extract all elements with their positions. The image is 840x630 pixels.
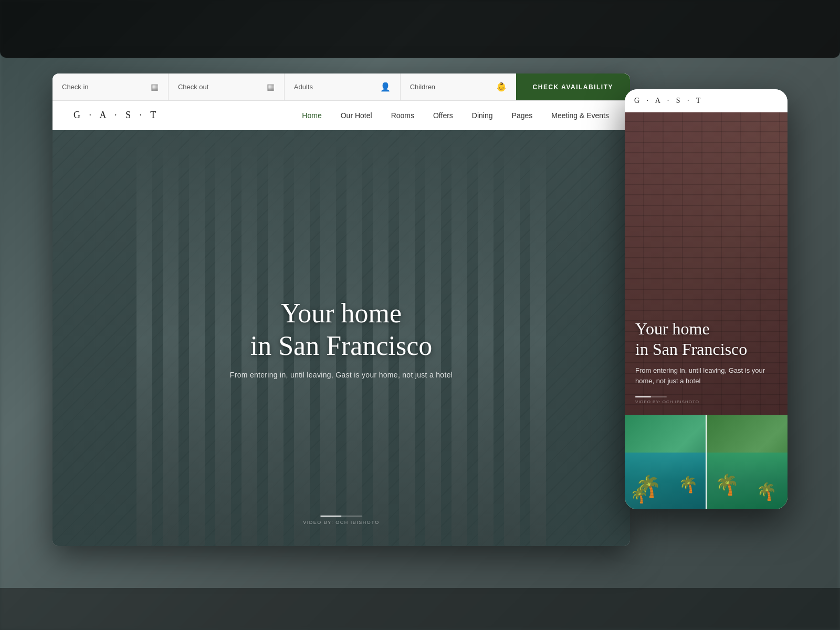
hang-3 [189, 130, 205, 546]
bottom-dark-bar [0, 588, 840, 630]
nav-home[interactable]: Home [302, 111, 321, 120]
hero-title-line1: Your home [281, 298, 402, 328]
brand-logo: G · A · S · T [74, 110, 159, 121]
mobile-hero-subtitle: From entering in, until leaving, Gast is… [635, 365, 777, 386]
mobile-thumb-left: 🌴 🌴 🌴 [625, 415, 706, 509]
mobile-thumbnails: 🌴 🌴 🌴 🌴 🌴 [625, 415, 788, 509]
mobile-title-line1: Your home [635, 319, 710, 338]
person-icon: 👤 [380, 82, 391, 92]
check-out-field[interactable]: Check out ▦ [169, 74, 285, 100]
nav-our-hotel[interactable]: Our Hotel [341, 111, 372, 120]
hero-progress: VIDEO BY: OCH IBISHOTO [303, 516, 379, 525]
calendar-icon-2: ▦ [267, 82, 275, 92]
hang-4 [215, 130, 231, 546]
nav-rooms[interactable]: Rooms [391, 111, 414, 120]
children-icon: 👶 [496, 82, 507, 92]
progress-fill [320, 516, 341, 517]
hero-section: Your home in San Francisco From entering… [52, 130, 630, 546]
hang-2 [163, 130, 178, 546]
mobile-video-credit: VIDEO BY: OCH IBISHOTO [635, 400, 777, 404]
check-out-label: Check out [178, 83, 209, 91]
check-availability-button[interactable]: CHECK AVAILABILITY [516, 74, 630, 100]
progress-bar [320, 516, 362, 517]
mobile-progress-fill [635, 396, 651, 397]
mobile-hero-content: Your home in San Francisco From entering… [635, 319, 777, 386]
hero-subtitle: From entering in, until leaving, Gast is… [230, 371, 453, 379]
top-dark-bar [0, 0, 840, 58]
hang-16 [530, 130, 546, 546]
mobile-browser: G · A · S · T Your home in San Francisco… [625, 89, 788, 509]
booking-bar: Check in ▦ Check out ▦ Adults 👤 Children… [52, 74, 630, 101]
mobile-brand-logo: G · A · S · T [634, 97, 703, 105]
mobile-thumb-right: 🌴 🌴 [706, 415, 788, 509]
mobile-hero-title: Your home in San Francisco [635, 319, 777, 359]
mobile-progress: VIDEO BY: OCH IBISHOTO [635, 396, 777, 404]
nav-meeting-events[interactable]: Meeting & Events [551, 111, 609, 120]
hang-13 [452, 130, 467, 546]
nav-dining[interactable]: Dining [472, 111, 493, 120]
nav-pages[interactable]: Pages [512, 111, 533, 120]
check-in-label: Check in [62, 83, 89, 91]
desktop-browser: Check in ▦ Check out ▦ Adults 👤 Children… [52, 74, 630, 546]
palm-icon-4: 🌴 [715, 473, 739, 496]
nav-links: Home Our Hotel Rooms Offers Dining Pages… [302, 111, 609, 120]
hero-content: Your home in San Francisco From entering… [230, 297, 453, 380]
check-in-field[interactable]: Check in ▦ [52, 74, 169, 100]
video-credit: VIDEO BY: OCH IBISHOTO [303, 520, 379, 525]
children-field[interactable]: Children 👶 [401, 74, 516, 100]
nav-offers[interactable]: Offers [433, 111, 453, 120]
mobile-progress-bar [635, 396, 667, 397]
calendar-icon: ▦ [151, 82, 159, 92]
hero-title: Your home in San Francisco [230, 297, 453, 363]
palm-icon-3: 🌴 [630, 487, 648, 504]
children-label: Children [410, 83, 435, 91]
palm-icon-5: 🌴 [756, 481, 777, 501]
hero-title-line2: in San Francisco [250, 331, 433, 361]
mobile-nav: G · A · S · T [625, 89, 788, 112]
palm-icon-2: 🌴 [678, 475, 698, 494]
hang-14 [478, 130, 494, 546]
main-container: Check in ▦ Check out ▦ Adults 👤 Children… [52, 74, 788, 578]
hang-1 [136, 130, 152, 546]
adults-field[interactable]: Adults 👤 [285, 74, 401, 100]
mobile-title-line2: in San Francisco [635, 340, 747, 359]
mobile-hero-section: Your home in San Francisco From entering… [625, 112, 788, 415]
hang-15 [504, 130, 520, 546]
nav-bar: G · A · S · T Home Our Hotel Rooms Offer… [52, 101, 630, 130]
adults-label: Adults [294, 83, 313, 91]
